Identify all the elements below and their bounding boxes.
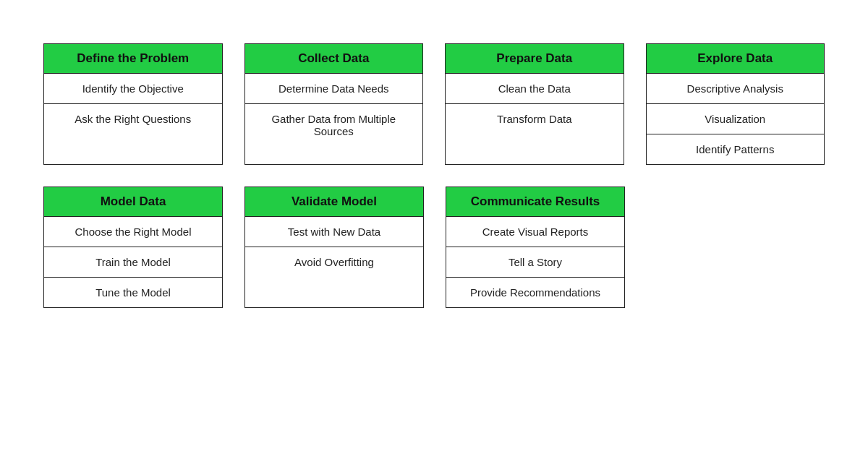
card-item: Ask the Right Questions (44, 103, 222, 134)
card-item: Visualization (647, 103, 825, 134)
card-header: Model Data (44, 187, 222, 216)
card-item: Identify Patterns (647, 134, 825, 164)
card-item: Provide Recommendations (446, 277, 624, 307)
card-collect-data: Collect DataDetermine Data NeedsGather D… (244, 43, 424, 165)
card-item: Descriptive Analysis (647, 73, 825, 103)
card-item: Tune the Model (44, 277, 222, 307)
card-item: Avoid Overfitting (245, 247, 423, 277)
card-item: Identify the Objective (44, 73, 222, 103)
card-item: Create Visual Reports (446, 216, 624, 247)
card-explore-data: Explore DataDescriptive AnalysisVisualiz… (646, 43, 825, 165)
card-item: Train the Model (44, 247, 222, 277)
card-item: Choose the Right Model (44, 216, 222, 247)
card-header: Define the Problem (44, 44, 222, 73)
card-item: Gather Data from Multiple Sources (245, 103, 423, 146)
card-header: Explore Data (647, 44, 825, 73)
card-model-data: Model DataChoose the Right ModelTrain th… (43, 187, 223, 308)
card-header: Validate Model (245, 187, 423, 216)
card-item: Tell a Story (446, 247, 624, 277)
card-validate-model: Validate ModelTest with New DataAvoid Ov… (244, 187, 424, 308)
bottom-row: Model DataChoose the Right ModelTrain th… (43, 187, 825, 308)
card-item: Determine Data Needs (245, 73, 423, 103)
card-item: Clean the Data (446, 73, 624, 103)
card-communicate-results: Communicate ResultsCreate Visual Reports… (446, 187, 625, 308)
card-header: Communicate Results (446, 187, 624, 216)
card-item: Transform Data (446, 103, 624, 134)
card-item: Test with New Data (245, 216, 423, 247)
card-header: Collect Data (245, 44, 423, 73)
spacer (647, 187, 825, 308)
card-prepare-data: Prepare DataClean the DataTransform Data (445, 43, 624, 165)
card-header: Prepare Data (446, 44, 624, 73)
card-define-the-problem: Define the ProblemIdentify the Objective… (43, 43, 223, 165)
top-row: Define the ProblemIdentify the Objective… (43, 43, 825, 165)
